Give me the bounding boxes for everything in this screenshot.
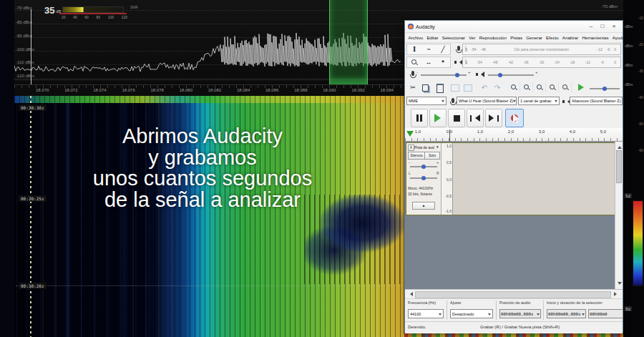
- timeline-label: 5,0: [597, 130, 609, 134]
- envelope-tool-button[interactable]: ~: [422, 44, 435, 54]
- record-button[interactable]: [505, 109, 524, 127]
- zoom-tool-button[interactable]: [408, 57, 421, 67]
- draw-tool-button[interactable]: ╱: [436, 44, 449, 54]
- paste-button[interactable]: [436, 84, 444, 93]
- play-speed-slider[interactable]: [590, 88, 620, 89]
- track-menu-dropdown[interactable]: ▼: [436, 145, 439, 149]
- scroll-right-icon[interactable]: [614, 292, 619, 296]
- solo-button[interactable]: Solo: [424, 152, 440, 160]
- slider-thumb[interactable]: [455, 73, 459, 77]
- menu-archivo[interactable]: Archivo: [406, 35, 425, 40]
- menu-reproduccion[interactable]: Reproducción: [477, 35, 508, 40]
- recording-channels-select[interactable]: 1 canal de grabac: [518, 97, 560, 105]
- scroll-left-icon[interactable]: [408, 292, 413, 296]
- project-rate-select[interactable]: 44100: [408, 309, 444, 318]
- menu-efecto[interactable]: Efecto: [545, 35, 561, 40]
- recording-meter[interactable]: LR -54 -48 Clic para comenzar monitoriza…: [462, 44, 621, 55]
- status-bar: Detenido. Grabar (R) / Grabar Nueva pist…: [405, 321, 623, 333]
- playback-volume-slider[interactable]: [488, 74, 534, 76]
- skip-to-end-button[interactable]: [485, 109, 502, 127]
- cut-button[interactable]: ✂: [406, 82, 419, 92]
- dbm-fragment: dBm: [625, 24, 633, 29]
- fit-selection-button[interactable]: [534, 82, 546, 92]
- timeline-label: 1,0: [412, 130, 424, 134]
- track-name[interactable]: Pista de aud: [414, 145, 434, 150]
- track-close-button[interactable]: X: [408, 145, 414, 151]
- zoom-out-button[interactable]: [521, 82, 533, 92]
- playback-device-select[interactable]: Altavoces (Sound Blaster Z): [570, 97, 623, 105]
- copy-button[interactable]: [422, 84, 429, 92]
- tuning-indicator[interactable]: [329, 0, 368, 84]
- recording-device-select[interactable]: What U Hear (Sound Blaster Z): [457, 97, 517, 105]
- stop-button[interactable]: [448, 109, 465, 127]
- selection-start-field[interactable]: 00h00m00,000s: [547, 309, 586, 318]
- zoom-toggle-button[interactable]: [560, 82, 572, 92]
- playback-meter[interactable]: LR -54 -48 -42 -36 -30 -24 -18 -12 -6 0: [462, 57, 621, 68]
- caption-line: de la señal a analizar: [0, 190, 405, 211]
- snap-label: Ajuste: [450, 301, 461, 305]
- menu-editar[interactable]: Editar: [425, 35, 440, 40]
- magnifier-icon: [550, 84, 555, 90]
- trim-audio-button[interactable]: [451, 84, 459, 92]
- audio-position-field[interactable]: 00h00m00,000s: [499, 309, 541, 318]
- audio-host-select[interactable]: MME: [406, 97, 447, 105]
- microphone-icon[interactable]: [457, 46, 460, 51]
- close-button[interactable]: ×: [608, 21, 620, 32]
- timeshift-tool-button[interactable]: ↔: [422, 57, 435, 67]
- redo-button[interactable]: ↷: [491, 82, 504, 92]
- mute-button[interactable]: Silencio: [408, 152, 425, 160]
- chevron-down-icon: [582, 313, 585, 317]
- vruler-label: -0,5: [445, 194, 452, 198]
- scrollbar-thumb[interactable]: [415, 291, 611, 298]
- slider-thumb[interactable]: [602, 87, 607, 91]
- scroll-down-icon[interactable]: [618, 282, 622, 287]
- timeline-ruler[interactable]: 1,0 0,0 1,0 2,0 3,0 4,0 5,0: [405, 128, 623, 142]
- zoom-in-button[interactable]: [508, 82, 520, 92]
- menu-ayuda[interactable]: Ayuda: [610, 35, 627, 40]
- freq-label: 18.086: [265, 88, 278, 92]
- fit-project-button[interactable]: [547, 82, 559, 92]
- selection-tool-button[interactable]: I: [408, 44, 421, 54]
- undo-button[interactable]: ↶: [478, 82, 491, 92]
- menu-pistas[interactable]: Pistas: [509, 35, 525, 40]
- slider-thumb[interactable]: [498, 73, 502, 77]
- vertical-scrollbar[interactable]: [615, 142, 623, 289]
- title-bar[interactable]: Audacity – □ ×: [405, 21, 623, 33]
- freq-label: 18.088: [294, 88, 307, 92]
- horizontal-scrollbar[interactable]: [405, 289, 623, 298]
- menu-ver[interactable]: Ver: [467, 35, 477, 40]
- recording-volume-slider[interactable]: [421, 74, 467, 76]
- slider-max: +: [535, 70, 538, 74]
- magnifier-icon: [537, 84, 542, 90]
- silence-audio-button[interactable]: [464, 84, 472, 92]
- skip-to-start-button[interactable]: [467, 109, 484, 127]
- track-collapse-button[interactable]: ▲: [412, 202, 435, 210]
- multi-tool-button[interactable]: *: [436, 57, 449, 67]
- gain-slider[interactable]: [410, 166, 437, 167]
- menu-herramientas[interactable]: Herramientas: [580, 35, 610, 40]
- slider-thumb[interactable]: [421, 176, 426, 180]
- menu-analizar[interactable]: Analizar: [560, 35, 580, 40]
- play-at-speed-button[interactable]: [578, 84, 587, 91]
- caption-line: y grabamos: [0, 147, 405, 169]
- waterfall-color-legend: [633, 200, 643, 286]
- play-button[interactable]: [429, 109, 447, 127]
- slider-thumb[interactable]: [421, 165, 426, 169]
- scrollbar-thumb[interactable]: [616, 150, 622, 183]
- pan-slider[interactable]: [410, 177, 437, 179]
- playback-device-value: Altavoces (Sound Blaster Z): [572, 99, 620, 103]
- track-waveform-area[interactable]: [453, 143, 615, 215]
- pause-button[interactable]: [411, 109, 428, 127]
- audio-track[interactable]: X Pista de aud ▼ Silencio Solo - + L R M…: [406, 142, 616, 215]
- snap-to-select[interactable]: Desactivado: [450, 309, 493, 318]
- freq-label: 18.084: [237, 88, 250, 92]
- device-toolbar: MME What U Hear (Sound Blaster Z) 1 cana…: [405, 95, 623, 107]
- meter-tick: -48: [490, 60, 499, 64]
- menu-seleccionar[interactable]: Seleccionar: [440, 35, 467, 40]
- maximize-button[interactable]: □: [597, 21, 608, 32]
- menu-generar[interactable]: Generar: [525, 35, 545, 40]
- selection-end-field[interactable]: 00h00m0: [588, 309, 623, 318]
- vruler-label: -1,0: [445, 209, 452, 213]
- scroll-up-icon[interactable]: [618, 144, 622, 149]
- minimize-button[interactable]: –: [585, 21, 597, 32]
